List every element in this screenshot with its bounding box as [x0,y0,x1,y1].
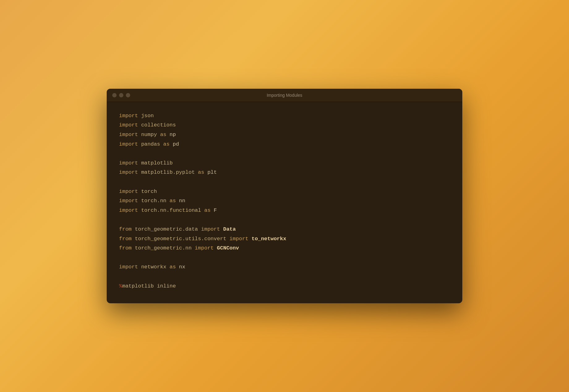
close-button[interactable] [112,93,117,97]
blank-5 [119,272,450,282]
terminal-window: Importing Modules import json import col… [107,89,462,303]
blank-2 [119,177,450,187]
code-line-3: import numpy as np [119,130,450,140]
maximize-button[interactable] [126,93,130,97]
code-line-14: %matplotlib inline [119,282,450,291]
code-line-12: from torch_geometric.nn import GCNConv [119,244,450,253]
code-line-1: import json [119,111,450,121]
traffic-lights [112,93,130,97]
code-line-7: import torch [119,187,450,197]
code-line-5: import matplotlib [119,159,450,168]
code-line-9: import torch.nn.functional as F [119,206,450,215]
code-line-6: import matplotlib.pyplot as plt [119,168,450,177]
code-line-2: import collections [119,121,450,130]
minimize-button[interactable] [119,93,123,97]
blank-3 [119,215,450,225]
code-line-4: import pandas as pd [119,140,450,149]
titlebar: Importing Modules [107,89,462,102]
window-title: Importing Modules [267,93,302,98]
code-line-8: import torch.nn as nn [119,196,450,206]
code-area: import json import collections import nu… [107,102,462,303]
blank-4 [119,253,450,263]
code-line-10: from torch_geometric.data import Data [119,225,450,234]
blank-1 [119,149,450,159]
code-line-11: from torch_geometric.utils.convert impor… [119,234,450,244]
code-line-13: import networkx as nx [119,262,450,272]
